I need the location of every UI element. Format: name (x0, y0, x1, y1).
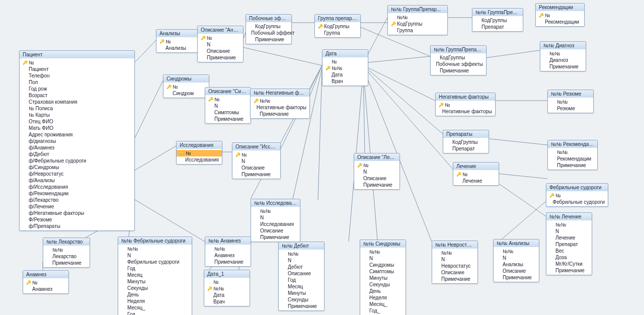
field-row[interactable]: N (494, 255, 539, 261)
field-row[interactable]: Мать ФИО (20, 125, 134, 131)
field-row[interactable]: Описание (494, 268, 539, 274)
field-row[interactable]: №№ (251, 208, 300, 214)
field-row[interactable]: Месяц (279, 283, 324, 290)
field-row[interactable]: Секунды (360, 281, 406, 288)
field-row[interactable]: Месяц_ (360, 301, 406, 307)
field-row[interactable]: ф/Анализы (20, 177, 134, 184)
field-row[interactable]: День (360, 288, 406, 294)
field-row[interactable]: День (118, 291, 192, 298)
field-row[interactable]: №№ (548, 149, 597, 155)
field-row[interactable]: 🔑№ (23, 279, 68, 286)
field-row[interactable]: Примечание (279, 303, 324, 309)
field-row[interactable]: Примечание (43, 260, 90, 266)
table-date1[interactable]: Дата_1№🔑№№ДатаВрач (204, 270, 250, 306)
table-header[interactable]: №№ Рекомендации (548, 140, 597, 148)
table-header[interactable]: Описание "Исследова... (232, 143, 280, 150)
field-row[interactable]: Группа (388, 27, 447, 34)
field-row[interactable]: 🔑№ (164, 84, 209, 90)
field-row[interactable]: Примечание (205, 259, 251, 265)
field-row[interactable]: 🔑№ (453, 171, 499, 178)
table-date[interactable]: Дата№🔑№№ДатаВрач (322, 49, 368, 86)
field-row[interactable]: №№ (540, 50, 586, 57)
table-header[interactable]: Лечение (453, 163, 499, 170)
field-row[interactable]: Неделя (360, 294, 406, 301)
table-grp-prep-nn[interactable]: №№ ГруппаПрепар...№№🔑КодГруппыГруппа (387, 5, 448, 35)
table-desc-treat[interactable]: Описание "Лечение""🔑№NОписаниеПримечание (354, 153, 400, 190)
table-header[interactable]: Фебрильные судороги (546, 184, 608, 191)
table-syndromes[interactable]: Синдромы🔑№Синдром (163, 74, 209, 98)
field-row[interactable]: Симптомы (205, 109, 251, 116)
table-header[interactable]: №№ Лекарство (43, 238, 90, 246)
field-row[interactable]: Невростатус (432, 263, 477, 269)
field-row[interactable]: Примечание (246, 36, 291, 43)
field-row[interactable]: Пациент (20, 66, 134, 72)
field-row[interactable]: №№ (388, 14, 447, 21)
field-row[interactable]: N (432, 256, 477, 263)
field-row[interactable]: Примечание (540, 63, 586, 70)
field-row[interactable]: КодГруппы (431, 54, 486, 61)
table-febr[interactable]: Фебрильные судороги🔑№Фебрильные судороги (546, 183, 608, 207)
table-synd-nn[interactable]: №№ Синдромы№№NСиндромыСимптомыМинутыСеку… (360, 240, 406, 315)
field-row[interactable]: ф/Лекарство (20, 197, 134, 203)
field-row[interactable]: Препарат (472, 24, 523, 30)
field-row[interactable]: Группа (315, 30, 360, 36)
table-diag-nn[interactable]: №№ Диагноз№№ДиагнозПримечание (540, 41, 586, 71)
table-lek-nn[interactable]: №№ Лекарство№№ЛекарствоПримечание (43, 238, 90, 268)
field-row[interactable]: Примечание (205, 116, 251, 122)
field-row[interactable]: 🔑№ (536, 12, 584, 19)
field-row[interactable]: 🔑№№ (251, 98, 309, 104)
table-drugs[interactable]: ПрепаратыКодГруппыПрепарат (443, 130, 489, 153)
field-row[interactable]: Минуты (360, 275, 406, 281)
table-header[interactable]: Синдромы (164, 75, 209, 83)
table-header[interactable]: №№ Исследования (251, 199, 300, 207)
table-header[interactable]: Негативные факторы (436, 93, 495, 101)
field-row[interactable]: Фебрильные судороги (546, 199, 608, 205)
field-row[interactable]: №№ (548, 99, 593, 105)
table-recs[interactable]: Рекомендации🔑№Рекомендации (535, 3, 585, 27)
field-row[interactable]: Синдром (164, 90, 209, 97)
field-row[interactable]: Препарат (546, 241, 592, 248)
field-row[interactable]: Дата (204, 292, 250, 298)
table-header[interactable]: №№ ГруппаПре... (472, 9, 523, 16)
field-row[interactable]: Примечание (494, 274, 539, 281)
field-row[interactable]: Фебрильные судороги (118, 259, 192, 265)
field-row[interactable]: ф/Лечение (20, 203, 134, 210)
field-row[interactable]: Лекарство (43, 253, 90, 260)
table-desc-research[interactable]: Описание "Исследова...🔑№NОписаниеПримеча… (232, 142, 281, 179)
table-header[interactable]: №№ Диагноз (540, 42, 586, 49)
table-header[interactable]: Препараты (443, 130, 489, 138)
field-row[interactable]: Лечение (453, 178, 499, 184)
field-row[interactable]: №№ (360, 249, 406, 255)
table-neg-fact-nn[interactable]: №№ Негативные факторы🔑№№Негативные факто… (250, 89, 310, 119)
field-row[interactable]: № Карты (20, 112, 134, 118)
field-row[interactable]: Описание (198, 48, 243, 54)
table-header[interactable]: Описание "Анал... (198, 26, 243, 34)
table-desc-anal[interactable]: Описание "Анал...🔑№NОписаниеПримечание (197, 26, 244, 62)
field-row[interactable]: Год (118, 265, 192, 272)
table-header[interactable]: Описание "Лечение"" (354, 153, 399, 161)
table-desc-synd[interactable]: Описание "Синд...🔑№NСимптомыПримечание (205, 87, 251, 124)
field-row[interactable]: Препарат (443, 145, 489, 152)
field-row[interactable]: Врач (323, 78, 368, 85)
table-header[interactable]: №№ Негативные факторы (251, 89, 309, 97)
field-row[interactable]: ф/Препараты (20, 223, 134, 229)
table-anal-nn[interactable]: №№ Анализы№№NАнализыОписаниеПримечание (493, 239, 539, 282)
field-row[interactable]: Минуты (118, 278, 192, 285)
field-row[interactable]: Год_ (360, 307, 406, 314)
table-header[interactable]: №№ Анамнез (205, 237, 251, 245)
table-header[interactable]: Рекомендации (536, 4, 584, 11)
field-row[interactable]: Пол (20, 79, 134, 86)
field-row[interactable]: Побочный эффект (246, 30, 291, 36)
field-row[interactable]: Анализы (494, 261, 539, 268)
field-row[interactable]: Анамнез (205, 252, 251, 259)
field-row[interactable]: №№ (279, 251, 324, 257)
field-row[interactable]: №№ (43, 247, 90, 253)
field-row[interactable]: №№ (118, 246, 192, 252)
field-row[interactable]: № (323, 58, 368, 65)
table-neuro-nn[interactable]: №№ Невростатус№№NНевростатусОписаниеПрим… (432, 241, 478, 284)
table-treat-nn[interactable]: №№ Лечение№№NЛечениеПрепаратВесДозаМг/Кг… (546, 212, 592, 275)
field-row[interactable]: Описание (279, 270, 324, 277)
table-analyses[interactable]: Анализы🔑№Анализы (156, 29, 202, 53)
field-row[interactable]: Секунды (118, 285, 192, 291)
field-row[interactable]: ф/Рекомендации (20, 190, 134, 197)
